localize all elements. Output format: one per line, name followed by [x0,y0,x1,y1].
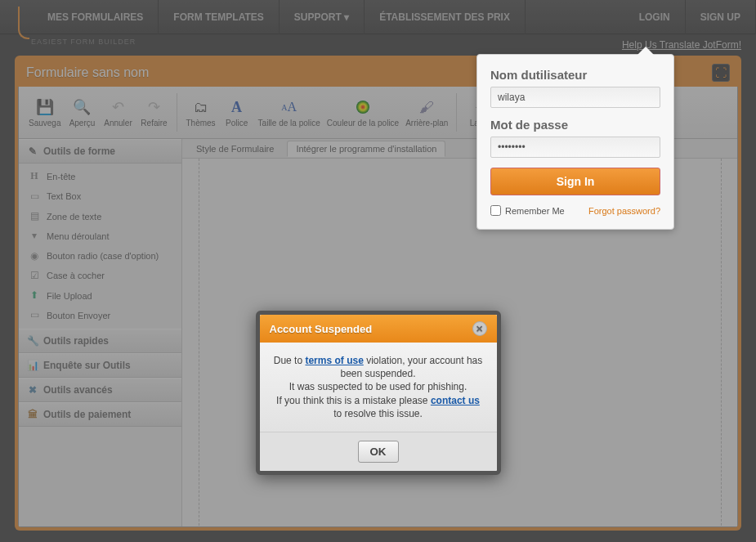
login-popup: Nom dutilisateur Mot de passe Sign In Re… [476,54,674,230]
suspended-modal: Account Suspended ✕ Due to terms of use … [256,311,501,475]
username-label: Nom dutilisateur [490,68,660,82]
modal-title: Account Suspended [270,323,373,335]
contact-link[interactable]: contact us [431,395,480,406]
username-input[interactable] [490,87,660,108]
terms-link[interactable]: terms of use [305,355,363,366]
ok-button[interactable]: OK [358,441,399,463]
password-input[interactable] [490,137,660,158]
forgot-password-link[interactable]: Forgot password? [588,206,660,216]
close-icon: ✕ [476,324,483,334]
modal-close-button[interactable]: ✕ [472,321,487,336]
remember-checkbox[interactable] [490,205,501,216]
remember-label: Remember Me [505,206,565,216]
password-label: Mot de passe [490,118,660,132]
modal-body: Due to terms of use violation, your acco… [260,343,497,432]
signin-button[interactable]: Sign In [490,168,660,195]
